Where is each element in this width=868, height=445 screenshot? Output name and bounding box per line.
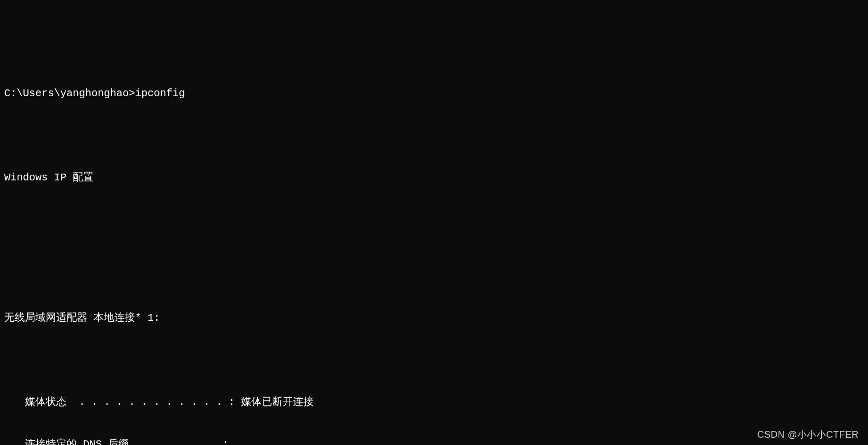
blank-line (4, 353, 864, 367)
adapter-title: 无线局域网适配器 本地连接* 1: (4, 311, 864, 325)
watermark-text: CSDN @小小小CTFER (757, 428, 859, 441)
adapter-property: 连接特定的 DNS 后缀 . . . . . . . : (4, 437, 864, 445)
blank-line (4, 255, 864, 269)
terminal-output: C:\Users\yanghonghao>ipconfig Windows IP… (4, 58, 864, 445)
blank-line (4, 213, 864, 227)
ipconfig-header: Windows IP 配置 (4, 171, 864, 185)
adapter-property: 媒体状态 . . . . . . . . . . . . : 媒体已断开连接 (4, 395, 864, 409)
blank-line (4, 128, 864, 142)
command-prompt-line: C:\Users\yanghonghao>ipconfig (4, 86, 864, 100)
